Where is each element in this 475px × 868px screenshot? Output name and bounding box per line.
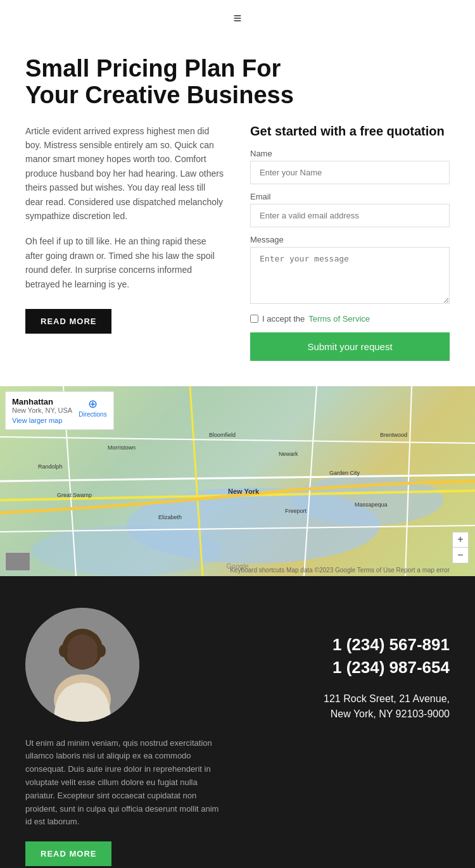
svg-point-27 (59, 645, 68, 657)
terms-text: I accept the (262, 314, 305, 324)
contact-right: 1 (234) 567-891 1 (234) 987-654 121 Rock… (250, 608, 450, 722)
email-field-group: Email (250, 192, 450, 227)
submit-button[interactable]: Submit your request (250, 332, 450, 361)
svg-text:Freeport: Freeport (285, 508, 307, 514)
terms-row: I accept the Terms of Service (250, 314, 450, 324)
page-title: Small Pricing Plan For Your Creative Bus… (25, 56, 450, 109)
svg-point-28 (97, 645, 106, 657)
svg-text:Randolph: Randolph (38, 463, 63, 470)
name-field-group: Name (250, 149, 450, 184)
contact-section: Ut enim ad minim veniam, quis nostrud ex… (0, 576, 475, 868)
svg-point-26 (66, 634, 98, 670)
form-title: Get started with a free quotation (250, 124, 450, 139)
svg-text:Bloomfield: Bloomfield (209, 432, 236, 438)
svg-text:Morristown: Morristown (108, 444, 136, 451)
svg-point-2 (32, 525, 222, 576)
svg-text:Elizabeth: Elizabeth (158, 514, 182, 520)
view-larger-map-link[interactable]: View larger map (12, 417, 72, 424)
map-popup: Manhattan New York, NY, USA View larger … (5, 391, 114, 430)
message-field-group: Message (250, 235, 450, 306)
hero-section: Small Pricing Plan For Your Creative Bus… (0, 37, 475, 386)
terms-link[interactable]: Terms of Service (308, 314, 370, 324)
contact-left: Ut enim ad minim veniam, quis nostrud ex… (25, 608, 225, 867)
map-location-subtitle: New York, NY, USA (12, 406, 72, 414)
directions-label: Directions (79, 411, 106, 418)
hamburger-icon[interactable]: ≡ (234, 10, 242, 27)
address: 121 Rock Sreet, 21 Avenue, New York, NY … (250, 691, 450, 722)
message-label: Message (250, 235, 450, 244)
svg-text:Massapequa: Massapequa (355, 501, 388, 508)
svg-text:Garden City: Garden City (329, 470, 360, 476)
hero-content: Article evident arrived express highest … (25, 124, 450, 361)
map-zoom-controls: + − (452, 532, 469, 563)
zoom-out-button[interactable]: − (453, 548, 468, 563)
avatar (25, 608, 139, 722)
svg-text:New York: New York (228, 487, 260, 495)
read-more-button[interactable]: READ MORE (25, 309, 111, 334)
hero-paragraph-2: Oh feel if up to till like. He an thing … (25, 234, 225, 291)
name-input[interactable] (250, 161, 450, 184)
phone-number-1: 1 (234) 567-891 (250, 633, 450, 656)
zoom-in-button[interactable]: + (453, 532, 468, 548)
avatar-svg (25, 608, 139, 722)
map-background: Randolph Morristown Bloomfield Newark Ne… (0, 386, 475, 576)
hero-left: Article evident arrived express highest … (25, 124, 225, 361)
hero-paragraph-1: Article evident arrived express highest … (25, 124, 225, 223)
email-input[interactable] (250, 204, 450, 227)
contact-body-text: Ut enim ad minim veniam, quis nostrud ex… (25, 737, 225, 829)
email-label: Email (250, 192, 450, 201)
map-thumbnail (5, 552, 30, 571)
contact-read-more-button[interactable]: READ MORE (25, 841, 111, 866)
phone-number-2: 1 (234) 987-654 (250, 656, 450, 679)
map-section: Randolph Morristown Bloomfield Newark Ne… (0, 386, 475, 576)
navigation: ≡ (0, 0, 475, 37)
name-label: Name (250, 149, 450, 158)
map-footer-text: Keyboard shortcuts Map data ©2023 Google… (230, 567, 450, 574)
map-location-name: Manhattan (12, 397, 72, 406)
svg-text:Great Swamp: Great Swamp (57, 492, 92, 498)
terms-checkbox[interactable] (250, 315, 258, 323)
quotation-form: Get started with a free quotation Name E… (250, 124, 450, 361)
message-textarea[interactable] (250, 247, 450, 304)
svg-text:Brentwood: Brentwood (380, 432, 407, 438)
svg-text:Newark: Newark (279, 451, 298, 457)
